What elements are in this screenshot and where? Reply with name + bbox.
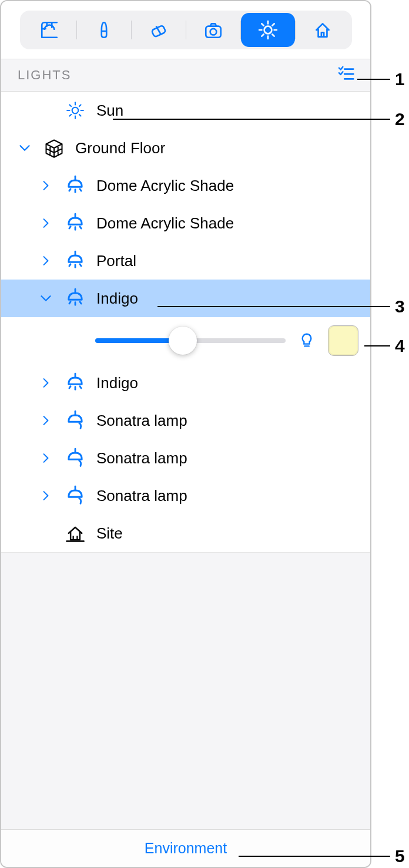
light-label: Dome Acrylic Shade (96, 177, 358, 195)
light-row-portal[interactable]: Portal (1, 242, 370, 280)
lamp-icon (62, 410, 88, 431)
disclosure-toggle[interactable] (38, 217, 54, 230)
chevron-right-icon (39, 376, 52, 389)
ceiling-light-icon (62, 288, 88, 309)
chevron-down-icon (39, 291, 53, 305)
checklist-button[interactable] (336, 65, 357, 85)
light-row-sun[interactable]: Sun (1, 92, 370, 129)
house-tab[interactable] (296, 13, 350, 47)
ceiling-light-icon (62, 372, 88, 393)
group-row-ground-floor[interactable]: Ground Floor (1, 129, 370, 167)
light-tab[interactable] (241, 13, 295, 47)
disclosure-toggle[interactable] (38, 179, 54, 192)
footer: Environment (1, 829, 370, 867)
lights-panel: LIGHTS Sun Ground Floor (0, 0, 371, 868)
checklist-icon (336, 65, 357, 83)
chevron-down-icon (18, 141, 32, 155)
color-swatch[interactable] (328, 325, 358, 356)
disclosure-toggle[interactable] (38, 489, 54, 502)
light-row-sonatra-3[interactable]: Sonatra lamp (1, 477, 370, 514)
light-row-dome-1[interactable]: Dome Acrylic Shade (1, 167, 370, 204)
sun-icon (62, 100, 88, 120)
disclosure-toggle[interactable] (38, 254, 54, 267)
slider-thumb[interactable] (169, 327, 197, 355)
light-label: Dome Acrylic Shade (96, 214, 358, 233)
bulb-icon (298, 331, 316, 351)
disclosure-toggle[interactable] (38, 376, 54, 389)
light-row-indigo-2[interactable]: Indigo (1, 364, 370, 402)
light-label: Portal (96, 252, 358, 270)
toolbar (1, 1, 370, 59)
lights-list: Sun Ground Floor Dome Acrylic Shade (1, 92, 370, 552)
group-row-site[interactable]: Site (1, 514, 370, 552)
light-row-sonatra-1[interactable]: Sonatra lamp (1, 402, 370, 439)
light-label: Indigo (96, 290, 358, 308)
measure-tab[interactable] (22, 13, 76, 47)
chevron-right-icon (39, 452, 52, 465)
eraser-tab[interactable] (132, 13, 186, 47)
chevron-right-icon (39, 254, 52, 267)
lamp-icon (62, 485, 88, 506)
floor-icon (41, 137, 67, 159)
empty-area (1, 552, 370, 829)
light-row-sonatra-2[interactable]: Sonatra lamp (1, 439, 370, 477)
group-label: Ground Floor (75, 139, 358, 157)
light-label: Sonatra lamp (96, 449, 358, 467)
chevron-right-icon (39, 489, 52, 502)
section-title: LIGHTS (18, 68, 71, 83)
disclosure-toggle[interactable] (16, 141, 33, 155)
environment-link[interactable]: Environment (145, 840, 227, 857)
lamp-icon (62, 448, 88, 469)
camera-tab[interactable] (186, 13, 240, 47)
light-label: Sonatra lamp (96, 487, 358, 505)
section-header: LIGHTS (1, 59, 370, 92)
site-icon (62, 523, 88, 544)
bulb-toggle[interactable] (296, 331, 317, 351)
light-label: Sonatra lamp (96, 412, 358, 430)
light-row-dome-2[interactable]: Dome Acrylic Shade (1, 204, 370, 242)
brush-tab[interactable] (77, 13, 131, 47)
light-label: Sun (96, 102, 358, 120)
toolbar-group (20, 11, 352, 49)
light-row-indigo-selected[interactable]: Indigo (1, 280, 370, 317)
group-label: Site (96, 524, 358, 543)
disclosure-toggle[interactable] (38, 414, 54, 427)
ceiling-light-icon (62, 175, 88, 196)
chevron-right-icon (39, 414, 52, 427)
ceiling-light-icon (62, 250, 88, 271)
disclosure-toggle[interactable] (38, 291, 54, 305)
brightness-slider[interactable] (95, 338, 286, 343)
disclosure-toggle[interactable] (38, 452, 54, 465)
chevron-right-icon (39, 179, 52, 192)
brightness-control-row (1, 317, 370, 364)
light-label: Indigo (96, 374, 358, 392)
chevron-right-icon (39, 217, 52, 230)
ceiling-light-icon (62, 213, 88, 234)
